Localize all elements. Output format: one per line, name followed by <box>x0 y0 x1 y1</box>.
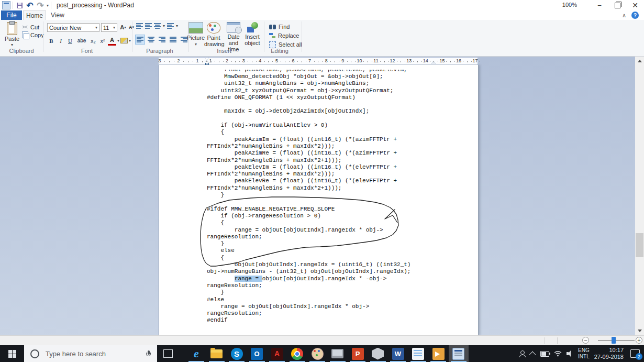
align-center-button[interactable] <box>146 35 156 45</box>
microphone-icon[interactable] <box>146 350 151 357</box>
ruler-tick <box>434 61 434 62</box>
taskbar-app-word[interactable]: W <box>388 345 408 362</box>
taskbar-app-3d-builder[interactable] <box>368 345 388 362</box>
search-box[interactable]: Type here to search <box>24 345 157 362</box>
taskbar-app-powerpoint[interactable]: P <box>348 345 368 362</box>
paint-palette-icon <box>207 22 220 34</box>
decrease-indent-icon[interactable] <box>136 23 143 29</box>
selected-text[interactable]: range = <box>235 276 262 282</box>
taskbar-app-outlook[interactable]: O <box>247 345 267 362</box>
find-button[interactable]: Find <box>269 23 302 31</box>
strikethrough-button[interactable]: abe <box>75 37 88 45</box>
qat-customize-dropdown[interactable]: ▾ <box>47 3 49 8</box>
copy-button[interactable]: Copy <box>22 31 44 39</box>
zoom-in-button[interactable]: + <box>636 337 642 344</box>
minimize-button[interactable]: – <box>591 0 608 10</box>
scrollbar-thumb[interactable] <box>636 233 643 257</box>
italic-button[interactable]: I <box>57 37 65 45</box>
ruler-tick <box>430 61 430 62</box>
increase-indent-icon[interactable] <box>145 23 152 29</box>
font-size-select[interactable]: 11▾ <box>101 23 117 32</box>
document-page[interactable]: float peakAzimRe, peakAzimIm, peakElevRe… <box>159 65 479 335</box>
ruler-number: 5 <box>275 58 278 63</box>
ruler-tick <box>169 61 170 62</box>
line-spacing-icon[interactable] <box>167 23 174 29</box>
divider <box>13 2 13 9</box>
taskbar-app-homegroup-app[interactable] <box>428 345 448 362</box>
align-right-icon <box>159 37 165 42</box>
zoom-out-button[interactable]: − <box>582 337 589 344</box>
paste-button[interactable]: Paste ▾ <box>4 22 20 47</box>
cut-button[interactable]: Cut <box>22 23 44 31</box>
highlight-color-icon[interactable] <box>120 38 128 43</box>
scroll-down-button[interactable] <box>635 326 644 335</box>
close-button[interactable]: ✕ <box>626 0 644 10</box>
ruler-tick <box>206 61 207 62</box>
grow-font-button[interactable]: A▴ <box>119 23 127 31</box>
powerpoint-icon: P <box>352 348 364 360</box>
ruler-tick <box>235 61 236 62</box>
superscript-button[interactable]: x² <box>98 37 107 45</box>
taskbar-app-system-monitor-app[interactable] <box>328 345 348 362</box>
taskbar-app-skype[interactable]: S <box>227 345 247 362</box>
action-center-icon[interactable]: 2 <box>630 349 640 358</box>
taskbar-app-wordpad[interactable] <box>449 345 469 362</box>
show-hidden-icons-chevron[interactable] <box>529 351 536 358</box>
start-button[interactable] <box>0 345 24 362</box>
taskbar-app-paint[interactable] <box>307 345 327 362</box>
clock[interactable]: 10:17 27-09-2018 <box>594 347 624 360</box>
ruler-tick <box>318 61 318 62</box>
language-indicator[interactable]: ENG INTL <box>578 347 590 360</box>
subscript-button[interactable]: x₂ <box>89 37 97 45</box>
code-text[interactable]: MmwDemo_detectedObj *objOut = &obj->objO… <box>207 73 410 324</box>
acrobat-reader-icon: A <box>271 348 283 360</box>
replace-button[interactable]: Replace <box>269 31 302 40</box>
bold-button[interactable]: B <box>47 37 55 45</box>
tab-file[interactable]: File <box>1 10 22 20</box>
battery-icon[interactable] <box>540 351 549 357</box>
calendar-clock-icon <box>227 22 240 32</box>
undo-button[interactable]: ↶ <box>26 1 34 9</box>
paint-drawing-label: Paint drawing <box>204 35 223 47</box>
taskbar-app-file-explorer[interactable] <box>207 345 227 362</box>
taskbar-app-acrobat-reader[interactable]: A <box>267 345 287 362</box>
task-view-button[interactable] <box>158 345 178 362</box>
status-bar <box>0 335 644 345</box>
system-monitor-app-icon <box>331 349 343 358</box>
taskbar-app-chrome[interactable] <box>287 345 307 362</box>
redo-button[interactable]: ↷ <box>36 1 45 9</box>
people-icon[interactable] <box>519 350 526 357</box>
line-spacing-dropdown[interactable]: ▾ <box>176 24 178 28</box>
zoom-slider-thumb[interactable] <box>612 337 616 344</box>
align-right-button[interactable] <box>157 35 167 45</box>
tab-home[interactable]: Home <box>23 10 46 20</box>
insert-object-label: Insert object <box>243 34 262 46</box>
save-button[interactable] <box>15 1 24 9</box>
highlight-color-dropdown[interactable]: ▾ <box>129 38 131 43</box>
justify-button[interactable] <box>168 35 178 45</box>
bullets-icon[interactable] <box>154 23 161 29</box>
zoom-slider-track[interactable] <box>598 340 635 341</box>
select-all-label: Select all <box>279 41 302 48</box>
restore-button[interactable] <box>608 0 626 10</box>
volume-icon[interactable] <box>567 350 573 357</box>
ruler[interactable]: 3211234567891011121314151617 <box>159 58 478 65</box>
collapse-ribbon-icon[interactable]: ∧ <box>622 12 626 19</box>
underline-button[interactable]: U <box>66 37 74 45</box>
group-divider <box>302 21 302 52</box>
vertical-scrollbar[interactable] <box>635 57 644 335</box>
font-color-dropdown[interactable]: ▾ <box>117 38 119 43</box>
bullets-dropdown[interactable]: ▾ <box>163 24 165 28</box>
taskbar-app-journal[interactable] <box>408 345 428 362</box>
font-color-button[interactable]: A <box>108 36 116 46</box>
font-family-select[interactable]: Courier New▾ <box>47 23 99 32</box>
shrink-font-button[interactable]: A▾ <box>127 23 136 31</box>
wifi-icon[interactable] <box>554 350 562 357</box>
taskbar-app-internet-explorer[interactable]: e <box>186 345 206 362</box>
tab-view[interactable]: View <box>47 10 68 20</box>
help-icon[interactable]: ? <box>631 12 639 19</box>
ruler-tick <box>207 61 207 62</box>
scroll-up-button[interactable] <box>635 57 644 65</box>
replace-label: Replace <box>278 32 299 39</box>
align-left-button[interactable] <box>135 35 145 45</box>
